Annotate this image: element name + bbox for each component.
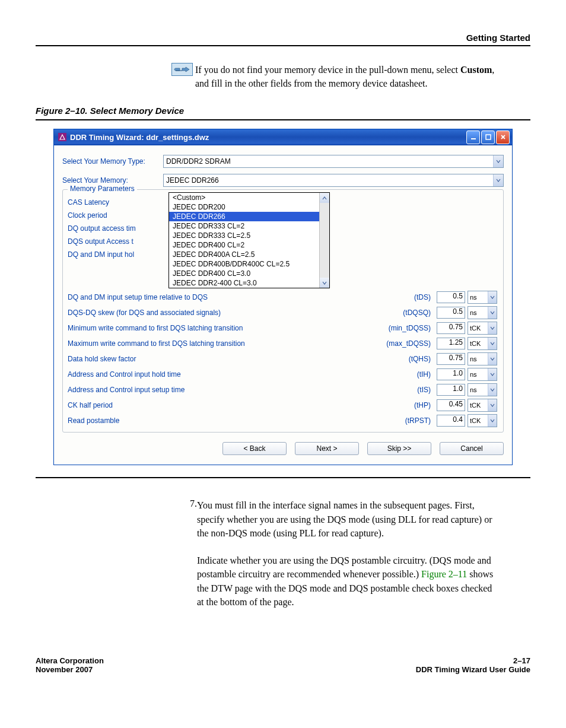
param-row: CK half period(tHP)0.45tCK — [68, 399, 498, 412]
param-unit-text: tCK — [468, 417, 488, 424]
dropdown-item[interactable]: JEDEC DDR2-400 CL=3.0 — [169, 278, 329, 288]
memory-parameters-group: Memory Parameters CAS Latency Clock peri… — [62, 189, 504, 433]
param-code: (tDQSQ) — [377, 309, 437, 317]
chevron-down-icon — [488, 353, 497, 365]
param-value-input[interactable]: 0.5 — [437, 307, 465, 319]
chevron-down-icon — [488, 399, 497, 411]
scroll-up-icon[interactable] — [320, 193, 329, 203]
param-unit-text: tCK — [468, 402, 488, 409]
note-part1: If you do not find your memory device in… — [195, 65, 460, 75]
figure-link[interactable]: Figure 2–11 — [421, 569, 467, 579]
scrollbar[interactable] — [319, 193, 329, 288]
pointing-hand-icon — [169, 63, 195, 90]
param-unit-select[interactable]: tCK — [468, 399, 497, 412]
label-clock-period: Clock period — [68, 209, 168, 222]
svg-rect-2 — [471, 138, 476, 139]
label-dq-dm-input: DQ and DM input hol — [68, 248, 168, 261]
chevron-down-icon — [488, 307, 497, 319]
title-bar[interactable]: DDR Timing Wizard: ddr_settings.dwz — [54, 129, 512, 145]
chevron-down-icon — [488, 384, 497, 396]
window-title: DDR Timing Wizard: ddr_settings.dwz — [70, 133, 466, 142]
dropdown-item[interactable]: JEDEC DDR200 — [169, 202, 329, 212]
param-unit-select[interactable]: ns — [468, 352, 497, 365]
label-cas-latency: CAS Latency — [68, 196, 168, 209]
param-value-input[interactable]: 1.25 — [437, 338, 465, 349]
dropdown-item[interactable]: JEDEC DDR400A CL=2.5 — [169, 250, 329, 259]
label-dqs-output: DQS output Access t — [68, 235, 168, 248]
param-left-labels: CAS Latency Clock period DQ output acces… — [68, 192, 168, 288]
mem-select[interactable]: JEDEC DDR266 — [163, 174, 504, 187]
section-header: Getting Started — [36, 33, 530, 45]
param-unit-text: ns — [468, 386, 488, 393]
param-unit-text: tCK — [468, 340, 488, 347]
param-unit-text: ns — [468, 355, 488, 363]
step-para1: You must fill in the interface signal na… — [197, 498, 501, 540]
param-code: (tIS) — [377, 386, 437, 394]
app-icon — [58, 132, 67, 142]
param-row: DQ and DM input setup time relative to D… — [68, 291, 498, 304]
param-code: (max_tDQSS) — [377, 339, 437, 348]
mem-label: Select Your Memory: — [62, 176, 163, 185]
param-row: Minimum write command to first DQS latch… — [68, 322, 498, 335]
param-row: DQS-DQ skew (for DQS and associated sign… — [68, 306, 498, 319]
footer-company: Altera Corporation — [36, 656, 104, 665]
param-code: (tQHS) — [377, 355, 437, 363]
param-name: CK half period — [68, 401, 377, 409]
minimize-button[interactable] — [466, 131, 480, 144]
param-name: Minimum write command to first DQS latch… — [68, 324, 377, 332]
close-button[interactable] — [496, 131, 510, 144]
cancel-button[interactable]: Cancel — [440, 442, 504, 455]
dropdown-item[interactable]: JEDEC DDR400 CL=3.0 — [169, 269, 329, 278]
step-number: 7. — [190, 498, 197, 609]
chevron-down-icon — [488, 368, 497, 380]
footer-guide: DDR Timing Wizard User Guide — [416, 665, 530, 674]
param-unit-text: ns — [468, 294, 488, 301]
scroll-down-icon[interactable] — [320, 278, 329, 288]
param-unit-select[interactable]: tCK — [468, 337, 497, 350]
param-name: DQ and DM input setup time relative to D… — [68, 293, 377, 301]
step-para2: Indicate whether you are using the DQS p… — [197, 554, 501, 609]
param-row: Address and Control input hold time(tIH)… — [68, 368, 498, 381]
param-value-input[interactable]: 1.0 — [437, 368, 465, 380]
memory-dropdown-list[interactable]: <Custom>JEDEC DDR200JEDEC DDR266JEDEC DD… — [168, 192, 330, 288]
dropdown-item[interactable]: JEDEC DDR333 CL=2.5 — [169, 231, 329, 240]
dropdown-item[interactable]: JEDEC DDR400 CL=2 — [169, 240, 329, 250]
chevron-down-icon — [488, 291, 497, 303]
mem-value: JEDEC DDR266 — [164, 176, 493, 185]
memtype-select[interactable]: DDR/DDR2 SDRAM — [163, 155, 504, 168]
param-unit-select[interactable]: ns — [468, 306, 497, 319]
param-value-input[interactable]: 0.45 — [437, 399, 465, 411]
figure-caption: Figure 2–10. Select Memory Device — [36, 106, 530, 116]
dropdown-item[interactable]: JEDEC DDR266 — [169, 212, 329, 221]
param-row: Address and Control input setup time(tIS… — [68, 383, 498, 396]
note-text: If you do not find your memory device in… — [195, 63, 504, 90]
dropdown-item[interactable]: JEDEC DDR400B/DDR400C CL=2.5 — [169, 259, 329, 269]
param-unit-select[interactable]: tCK — [468, 322, 497, 335]
next-button[interactable]: Next > — [295, 442, 359, 455]
maximize-button[interactable] — [481, 131, 495, 144]
skip-button[interactable]: Skip >> — [367, 442, 431, 455]
param-unit-select[interactable]: ns — [468, 368, 497, 381]
footer-page: 2–17 — [416, 656, 530, 665]
param-unit-select[interactable]: tCK — [468, 414, 497, 427]
param-row: Maximum write command to first DQS latch… — [68, 337, 498, 350]
param-unit-select[interactable]: ns — [468, 383, 497, 396]
param-value-input[interactable]: 0.75 — [437, 353, 465, 365]
param-value-input[interactable]: 1.0 — [437, 384, 465, 396]
param-value-input[interactable]: 0.75 — [437, 322, 465, 334]
param-name: Address and Control input hold time — [68, 370, 377, 379]
chevron-down-icon — [493, 174, 503, 186]
chevron-down-icon — [493, 155, 503, 167]
param-unit-select[interactable]: ns — [468, 291, 497, 304]
param-code: (min_tDQSS) — [377, 324, 437, 332]
param-row: Data hold skew factor(tQHS)0.75ns — [68, 352, 498, 365]
chevron-down-icon — [488, 415, 497, 427]
chevron-down-icon — [488, 338, 497, 349]
footer-date: November 2007 — [36, 665, 104, 674]
dropdown-item[interactable]: <Custom> — [169, 193, 329, 202]
chevron-down-icon — [488, 322, 497, 334]
param-value-input[interactable]: 0.5 — [437, 291, 465, 303]
param-value-input[interactable]: 0.4 — [437, 415, 465, 427]
back-button[interactable]: < Back — [222, 442, 287, 455]
dropdown-item[interactable]: JEDEC DDR333 CL=2 — [169, 221, 329, 231]
